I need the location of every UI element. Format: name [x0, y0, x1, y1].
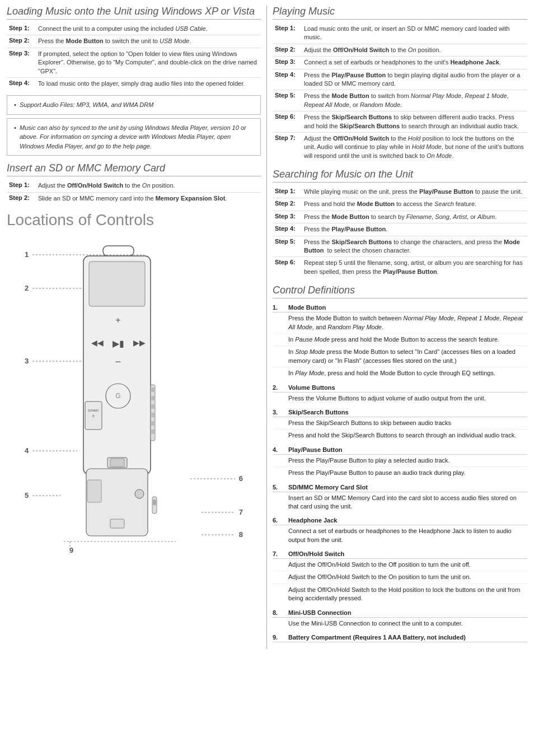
svg-rect-27 [151, 421, 155, 426]
playing-step-4: Step 4: Press the Play/Pause Button to b… [273, 69, 527, 90]
control-defs-section: Control Definitions 1. Mode Button Press… [273, 284, 527, 642]
playing-step-7: Step 7: Adjust the Off/On/Hold Switch to… [273, 132, 527, 162]
label-6: 6 [239, 474, 243, 483]
svg-rect-24 [151, 396, 155, 400]
label-7: 7 [239, 508, 243, 516]
svg-text:G: G [115, 392, 120, 400]
label-1: 1 [25, 250, 29, 259]
ctrl-sd-mmc-slot: 5. SD/MMC Memory Card Slot Insert an SD … [273, 482, 527, 513]
insert-steps-table: Step 1: Adjust the Off/On/Hold Switch to… [7, 180, 261, 204]
svg-rect-26 [151, 413, 155, 417]
svg-rect-25 [151, 404, 155, 409]
loading-step-3: Step 3: If prompted, select the option t… [7, 48, 261, 77]
svg-text:◀◀: ◀◀ [91, 338, 104, 347]
insert-step-2: Step 2: Slide an SD or MMC memory card i… [7, 192, 261, 204]
ctrl-headphone-jack: 6. Headphone Jack Connect a set of earbu… [273, 515, 527, 546]
loading-step-4: Step 4: To load music onto the player, s… [7, 77, 261, 90]
searching-step-4: Step 4: Press the Play/Pause Button. [273, 223, 527, 236]
searching-title: Searching for Music on the Unit [273, 169, 527, 183]
left-column: Loading Music onto the Unit using Window… [7, 6, 267, 649]
svg-text:▶▶: ▶▶ [133, 338, 146, 347]
ctrl-mode-button: 1. Mode Button Press the Mode Button to … [273, 302, 527, 379]
searching-step-2: Step 2: Press and hold the Mode Button t… [273, 198, 527, 211]
playing-section: Playing Music Step 1: Load music onto th… [273, 6, 527, 162]
playing-step-3: Step 3: Connect a set of earbuds or head… [273, 57, 527, 69]
label-2: 2 [25, 284, 29, 292]
label-5: 5 [25, 491, 29, 500]
loading-steps-table: Step 1: Connect the unit to a computer u… [7, 23, 261, 90]
note-windows-media: Music can also by synced to the unit by … [7, 118, 261, 156]
label-8-line [202, 534, 235, 535]
svg-point-33 [135, 489, 144, 498]
svg-rect-9 [103, 246, 134, 256]
loading-section: Loading Music onto the Unit using Window… [7, 6, 261, 156]
ctrl-play-pause-button: 4. Play/Pause Button Press the Play/Paus… [273, 444, 527, 479]
svg-rect-36 [110, 519, 124, 528]
label-8: 8 [239, 530, 243, 539]
loading-title: Loading Music onto the Unit using Window… [7, 6, 261, 20]
locations-title: Locations of Controls [7, 211, 261, 229]
ctrl-off-on-hold-switch: 7. Off/On/Hold Switch Adjust the Off/On/… [273, 548, 527, 605]
searching-step-1: Step 1: While playing music on the unit,… [273, 186, 527, 198]
svg-text:▶▮: ▶▮ [113, 339, 124, 348]
playing-step-1: Step 1: Load music onto the unit, or ins… [273, 23, 527, 44]
svg-rect-28 [151, 430, 155, 434]
insert-section: Insert an SD or MMC Memory Card Step 1: … [7, 162, 261, 204]
playing-steps-table: Step 1: Load music onto the unit, or ins… [273, 23, 527, 162]
ctrl-volume-buttons: 2. Volume Buttons Press the Volume Butto… [273, 382, 527, 404]
svg-rect-11 [89, 262, 145, 306]
label-4: 4 [25, 446, 29, 455]
playing-step-6: Step 6: Press the Skip/Search Buttons to… [273, 111, 527, 133]
searching-step-6: Step 6: Repeat step 5 until the filename… [273, 257, 527, 278]
label-7-line [202, 512, 235, 513]
svg-rect-30 [110, 459, 124, 466]
svg-rect-23 [151, 388, 155, 392]
device-diagram: 1 2 3 4 5 6 7 [25, 234, 243, 553]
locations-section: Locations of Controls 1 2 3 4 5 [7, 211, 261, 553]
svg-text:SD/MMC: SD/MMC [88, 409, 100, 412]
playing-step-2: Step 2: Adjust the Off/On/Hold Switch to… [273, 44, 527, 56]
playing-title: Playing Music [273, 6, 527, 20]
control-defs-title: Control Definitions [273, 284, 527, 298]
insert-title: Insert an SD or MMC Memory Card [7, 162, 261, 176]
svg-text:+: + [115, 315, 120, 325]
searching-step-5: Step 5: Press the Skip/Search Buttons to… [273, 236, 527, 257]
insert-step-1: Step 1: Adjust the Off/On/Hold Switch to… [7, 180, 261, 192]
searching-section: Searching for Music on the Unit Step 1: … [273, 169, 527, 278]
svg-rect-35 [153, 500, 156, 505]
loading-step-1: Step 1: Connect the unit to a computer u… [7, 23, 261, 35]
right-column: Playing Music Step 1: Load music onto th… [267, 6, 527, 649]
device-svg: + ◀◀ ▶▮ ▶▶ − SD/MMC B G [53, 245, 204, 547]
searching-steps-table: Step 1: While playing music on the unit,… [273, 186, 527, 278]
svg-text:−: − [115, 356, 121, 367]
ctrl-battery-compartment: 9. Battery Compartment (Requires 1 AAA B… [273, 632, 527, 642]
ctrl-skip-search-buttons: 3. Skip/Search Buttons Press the Skip/Se… [273, 407, 527, 442]
svg-rect-32 [87, 480, 101, 502]
ctrl-mini-usb: 8. Mini-USB Connection Use the Mini-USB … [273, 607, 527, 629]
loading-step-2: Step 2: Press the Mode Button to switch … [7, 35, 261, 48]
note-audio-files: Support Audio Files: MP3, WMA, and WMA D… [7, 95, 261, 115]
searching-step-3: Step 3: Press the Mode Button to search … [273, 211, 527, 223]
label-3: 3 [25, 357, 29, 365]
playing-step-5: Step 5: Press the Mode Button to switch … [273, 90, 527, 111]
